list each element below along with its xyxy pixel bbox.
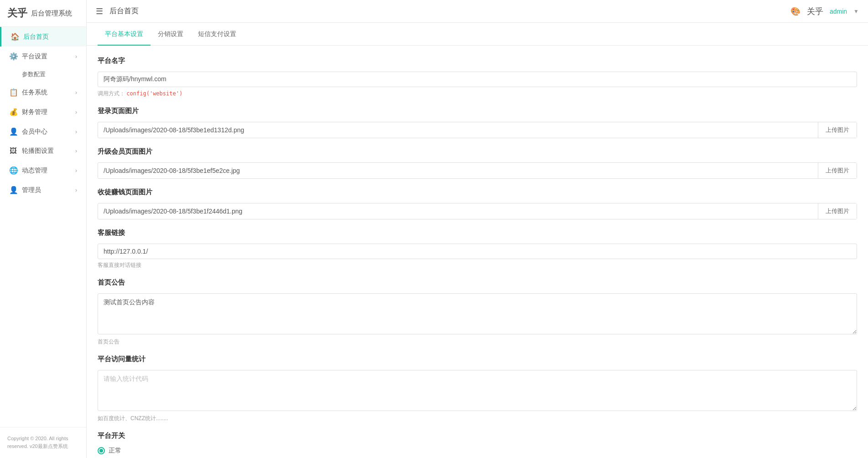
login-image-group: 登录页面图片 上传图片 bbox=[98, 107, 857, 138]
sidebar-nav: 🏠 后台首页 ⚙️ 平台设置 › 参数配置 📋 任务系统 › 💰 财务管理 › … bbox=[0, 27, 86, 427]
customer-link-input[interactable] bbox=[98, 244, 857, 259]
switch-radio-group: 正常 关闭 bbox=[98, 447, 857, 458]
chevron-down-icon: › bbox=[75, 53, 77, 60]
hamburger-icon[interactable]: ☰ bbox=[96, 6, 103, 16]
sidebar-sub-item-params[interactable]: 参数配置 bbox=[0, 66, 86, 83]
admin-icon: 👤 bbox=[9, 186, 17, 194]
upgrade-image-upload-button[interactable]: 上传图片 bbox=[818, 163, 857, 178]
upgrade-image-label: 升级会员页面图片 bbox=[98, 147, 857, 156]
sidebar-item-label: 轮播图设置 bbox=[22, 147, 75, 155]
customer-link-label: 客服链接 bbox=[98, 229, 857, 237]
platform-name-group: 平台名字 调用方式： config('website') bbox=[98, 57, 857, 98]
homepage-notice-label: 首页公告 bbox=[98, 278, 857, 287]
chevron-right-icon: › bbox=[75, 187, 77, 193]
upgrade-image-group: 升级会员页面图片 上传图片 bbox=[98, 147, 857, 179]
homepage-notice-textarea[interactable]: 测试首页公告内容 bbox=[98, 293, 857, 334]
sidebar-item-label: 管理员 bbox=[22, 186, 75, 194]
finance-icon: 💰 bbox=[9, 108, 17, 116]
stats-hint: 如百度统计、CNZZ统计........ bbox=[98, 415, 857, 422]
home-icon: 🏠 bbox=[10, 32, 19, 41]
sidebar-item-label: 财务管理 bbox=[22, 108, 75, 116]
content-area: 平台基本设置 分销设置 短信支付设置 平台名字 调用方式： config('we… bbox=[87, 23, 868, 458]
chevron-right-icon: › bbox=[75, 109, 77, 115]
platform-name-hint: 调用方式： config('website') bbox=[98, 90, 857, 98]
header: ☰ 后台首页 🎨 关乎 admin ▼ bbox=[87, 0, 868, 23]
customer-link-group: 客服链接 客服直接对话链接 bbox=[98, 229, 857, 269]
sidebar-item-label: 动态管理 bbox=[22, 167, 75, 175]
tab-bar: 平台基本设置 分销设置 短信支付设置 bbox=[87, 23, 868, 46]
sidebar-item-finance[interactable]: 💰 财务管理 › bbox=[0, 102, 86, 122]
admin-user-label[interactable]: admin bbox=[830, 8, 847, 15]
homepage-notice-group: 首页公告 测试首页公告内容 首页公告 bbox=[98, 278, 857, 346]
upgrade-image-input[interactable] bbox=[98, 163, 818, 178]
dynamic-icon: 🌐 bbox=[9, 166, 17, 175]
login-image-label: 登录页面图片 bbox=[98, 107, 857, 115]
form-section: 平台名字 调用方式： config('website') 登录页面图片 上传图片 bbox=[87, 46, 868, 458]
platform-name-label: 平台名字 bbox=[98, 57, 857, 65]
sidebar-item-label: 会员中心 bbox=[22, 128, 75, 136]
earn-image-label: 收徒赚钱页面图片 bbox=[98, 188, 857, 197]
earn-image-input[interactable] bbox=[98, 204, 818, 219]
sidebar-logo: 关乎 后台管理系统 bbox=[0, 0, 86, 27]
content-inner: 平台基本设置 分销设置 短信支付设置 平台名字 调用方式： config('we… bbox=[87, 23, 868, 458]
earn-image-group: 收徒赚钱页面图片 上传图片 bbox=[98, 188, 857, 219]
sidebar-item-carousel[interactable]: 🖼 轮播图设置 › bbox=[0, 141, 86, 161]
upgrade-image-input-wrapper: 上传图片 bbox=[98, 162, 857, 179]
header-right: 🎨 关乎 admin ▼ bbox=[790, 6, 859, 17]
main-area: ☰ 后台首页 🎨 关乎 admin ▼ 平台基本设置 分销设置 短信支付设置 平… bbox=[87, 0, 868, 458]
sidebar-item-admin[interactable]: 👤 管理员 › bbox=[0, 180, 86, 200]
gear-icon: ⚙️ bbox=[9, 52, 17, 61]
earn-image-upload-button[interactable]: 上传图片 bbox=[818, 203, 857, 219]
radio-circle-normal bbox=[98, 447, 105, 454]
chevron-right-icon: › bbox=[75, 129, 77, 135]
tab-distribution[interactable]: 分销设置 bbox=[151, 23, 191, 46]
tab-basic[interactable]: 平台基本设置 bbox=[98, 23, 151, 46]
sidebar-item-platform[interactable]: ⚙️ 平台设置 › bbox=[0, 47, 86, 66]
sidebar-item-label: 平台设置 bbox=[22, 52, 75, 61]
login-image-input-wrapper: 上传图片 bbox=[98, 122, 857, 138]
sidebar-item-tasks[interactable]: 📋 任务系统 › bbox=[0, 83, 86, 102]
sidebar-item-label: 后台首页 bbox=[23, 33, 77, 41]
logo-text: 后台管理系统 bbox=[31, 9, 72, 18]
stats-group: 平台访问量统计 如百度统计、CNZZ统计........ bbox=[98, 355, 857, 422]
sidebar: 关乎 后台管理系统 🏠 后台首页 ⚙️ 平台设置 › 参数配置 📋 任务系统 ›… bbox=[0, 0, 87, 458]
login-image-input[interactable] bbox=[98, 123, 818, 137]
logo-icon: 关乎 bbox=[7, 6, 27, 20]
homepage-notice-hint: 首页公告 bbox=[98, 338, 857, 346]
page-title: 后台首页 bbox=[109, 6, 139, 16]
admin-dropdown-arrow[interactable]: ▼ bbox=[853, 8, 859, 15]
platform-name-code: config('website') bbox=[126, 90, 182, 97]
chevron-right-icon: › bbox=[75, 148, 77, 154]
header-left: ☰ 后台首页 bbox=[96, 6, 139, 16]
stats-label: 平台访问量统计 bbox=[98, 355, 857, 364]
chevron-right-icon: › bbox=[75, 89, 77, 96]
tab-sms[interactable]: 短信支付设置 bbox=[191, 23, 244, 46]
sidebar-item-label: 任务系统 bbox=[22, 88, 75, 97]
radio-label-normal: 正常 bbox=[109, 447, 121, 455]
stats-textarea[interactable] bbox=[98, 370, 857, 411]
sidebar-item-home[interactable]: 🏠 后台首页 bbox=[0, 27, 86, 47]
sidebar-item-members[interactable]: 👤 会员中心 › bbox=[0, 122, 86, 141]
members-icon: 👤 bbox=[9, 127, 17, 136]
palette-icon[interactable]: 🎨 bbox=[790, 6, 800, 16]
header-logo-icon: 关乎 bbox=[807, 6, 823, 17]
switch-label: 平台开关 bbox=[98, 432, 857, 440]
carousel-icon: 🖼 bbox=[9, 147, 17, 155]
chevron-right-icon: › bbox=[75, 167, 77, 174]
platform-name-input[interactable] bbox=[98, 72, 857, 87]
sidebar-footer: Copyright © 2020. All rights reserved. v… bbox=[0, 427, 86, 458]
sidebar-item-dynamic[interactable]: 🌐 动态管理 › bbox=[0, 161, 86, 180]
customer-link-hint: 客服直接对话链接 bbox=[98, 261, 857, 269]
earn-image-input-wrapper: 上传图片 bbox=[98, 203, 857, 219]
login-image-upload-button[interactable]: 上传图片 bbox=[818, 122, 857, 138]
tasks-icon: 📋 bbox=[9, 88, 17, 97]
switch-option-normal[interactable]: 正常 bbox=[98, 447, 857, 455]
switch-group: 平台开关 正常 关闭 站点关闭后将不能访问，后台可正常登录 bbox=[98, 432, 857, 458]
